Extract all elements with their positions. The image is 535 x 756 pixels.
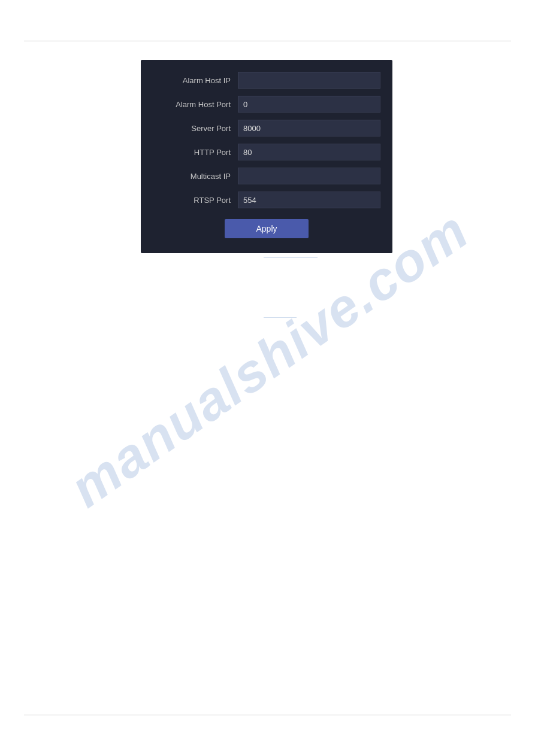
server-port-label: Server Port <box>153 124 231 133</box>
multicast-ip-label: Multicast IP <box>153 172 231 181</box>
rtsp-port-label: RTSP Port <box>153 196 231 205</box>
http-port-row: HTTP Port <box>153 144 380 160</box>
settings-panel: Alarm Host IP Alarm Host Port Server Por… <box>141 60 392 253</box>
watermark-underline-2 <box>264 317 297 318</box>
multicast-ip-input[interactable] <box>238 168 380 184</box>
alarm-host-ip-row: Alarm Host IP <box>153 72 380 89</box>
apply-row: Apply <box>153 219 380 238</box>
server-port-input[interactable] <box>238 120 380 136</box>
server-port-row: Server Port <box>153 120 380 136</box>
alarm-host-ip-label: Alarm Host IP <box>153 76 231 85</box>
http-port-input[interactable] <box>238 144 380 160</box>
bottom-divider <box>24 715 511 715</box>
alarm-host-ip-input[interactable] <box>238 72 380 89</box>
rtsp-port-row: RTSP Port <box>153 192 380 208</box>
http-port-label: HTTP Port <box>153 148 231 157</box>
multicast-ip-row: Multicast IP <box>153 168 380 184</box>
alarm-host-port-label: Alarm Host Port <box>153 100 231 109</box>
apply-button[interactable]: Apply <box>225 219 309 238</box>
alarm-host-port-row: Alarm Host Port <box>153 96 380 113</box>
top-divider <box>24 41 511 41</box>
alarm-host-port-input[interactable] <box>238 96 380 113</box>
watermark-underline-1 <box>264 257 318 258</box>
rtsp-port-input[interactable] <box>238 192 380 208</box>
